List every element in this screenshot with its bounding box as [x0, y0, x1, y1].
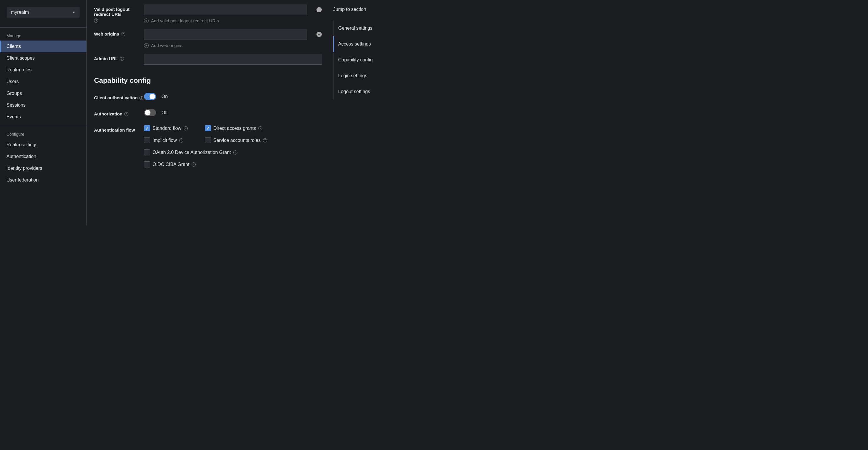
sidebar-item-label: Clients: [6, 44, 21, 49]
client-auth-state: On: [161, 94, 167, 99]
help-icon[interactable]: ?: [263, 138, 267, 142]
sidebar-item-sessions[interactable]: Sessions: [0, 99, 86, 111]
add-link-label: Add web origins: [151, 43, 183, 48]
realm-selector[interactable]: myrealm ▼: [7, 7, 80, 18]
checkbox-label: Standard flow: [153, 126, 181, 131]
sidebar-item-label: Events: [6, 114, 21, 119]
sidebar-item-label: Realm settings: [6, 142, 38, 147]
minus-icon: −: [318, 32, 320, 37]
sidebar-item-users[interactable]: Users: [0, 76, 86, 88]
label-text: Admin URL: [94, 56, 118, 61]
jump-item-label: Capability config: [338, 57, 373, 62]
client-auth-toggle[interactable]: [144, 93, 156, 100]
sidebar-item-groups[interactable]: Groups: [0, 88, 86, 99]
help-icon[interactable]: ?: [94, 19, 98, 23]
sidebar-item-label: Sessions: [6, 102, 26, 107]
web-origins-label: Web origins ?: [94, 29, 144, 36]
main-content: Valid post logout redirect URIs ? − + Ad…: [87, 0, 445, 225]
sidebar-item-authentication[interactable]: Authentication: [0, 151, 86, 162]
admin-url-input[interactable]: [144, 54, 322, 65]
sidebar-item-label: Realm roles: [6, 67, 31, 72]
sidebar-item-label: Groups: [6, 91, 22, 96]
add-link-label: Add valid post logout redirect URIs: [151, 18, 219, 23]
help-icon[interactable]: ?: [139, 96, 144, 100]
sidebar-item-user-federation[interactable]: User federation: [0, 174, 86, 186]
label-text: Valid post logout redirect URIs: [94, 7, 144, 17]
jump-heading: Jump to section: [333, 7, 445, 12]
direct-access-checkbox[interactable]: [205, 125, 211, 131]
sidebar-item-events[interactable]: Events: [0, 111, 86, 123]
minus-icon: −: [318, 7, 320, 12]
oauth-device-checkbox[interactable]: [144, 149, 150, 155]
realm-selected-label: myrealm: [11, 10, 29, 15]
jump-item-label: Access settings: [338, 41, 371, 46]
add-valid-post-logout-link[interactable]: + Add valid post logout redirect URIs: [144, 18, 333, 29]
help-icon[interactable]: ?: [179, 138, 183, 142]
authorization-toggle[interactable]: [144, 109, 156, 116]
checkbox-label: Implicit flow: [153, 138, 177, 143]
label-text: Authorization: [94, 111, 123, 116]
jump-item-general[interactable]: General settings: [334, 20, 445, 36]
checkbox-label: OAuth 2.0 Device Authorization Grant: [153, 150, 231, 155]
jump-item-capability[interactable]: Capability config: [334, 52, 445, 68]
sidebar-item-label: Identity providers: [6, 166, 42, 171]
help-icon[interactable]: ?: [120, 57, 124, 61]
help-icon[interactable]: ?: [258, 126, 262, 130]
jump-item-label: General settings: [338, 26, 373, 31]
plus-circle-icon: +: [144, 19, 149, 23]
capability-config-heading: Capability config: [94, 76, 333, 85]
sidebar-item-realm-roles[interactable]: Realm roles: [0, 64, 86, 76]
sidebar-item-clients[interactable]: Clients: [0, 40, 86, 52]
jump-to-section-panel: Jump to section General settings Access …: [333, 4, 445, 225]
sidebar-item-label: Authentication: [6, 154, 36, 159]
remove-uri-button[interactable]: −: [316, 7, 322, 12]
client-auth-label: Client authentication ?: [94, 93, 144, 100]
sidebar: myrealm ▼ Manage Clients Client scopes R…: [0, 0, 87, 225]
remove-origin-button[interactable]: −: [316, 32, 322, 37]
help-icon[interactable]: ?: [192, 162, 196, 166]
sidebar-item-identity-providers[interactable]: Identity providers: [0, 162, 86, 174]
checkbox-label: Service accounts roles: [213, 138, 260, 143]
jump-item-access[interactable]: Access settings: [333, 36, 445, 52]
sidebar-item-label: Client scopes: [6, 56, 35, 61]
valid-post-logout-input[interactable]: [144, 4, 307, 15]
authorization-label: Authorization ?: [94, 109, 144, 116]
help-icon[interactable]: ?: [184, 126, 188, 130]
auth-flow-label: Authentication flow: [94, 125, 144, 132]
checkbox-label: OIDC CIBA Grant: [153, 162, 189, 167]
label-text: Authentication flow: [94, 127, 135, 132]
caret-down-icon: ▼: [72, 10, 75, 14]
sidebar-item-client-scopes[interactable]: Client scopes: [0, 52, 86, 64]
help-icon[interactable]: ?: [121, 32, 125, 36]
admin-url-label: Admin URL ?: [94, 54, 144, 61]
standard-flow-checkbox[interactable]: [144, 125, 150, 131]
valid-post-logout-label: Valid post logout redirect URIs ?: [94, 4, 144, 23]
jump-item-label: Login settings: [338, 73, 367, 78]
jump-item-login[interactable]: Login settings: [334, 68, 445, 84]
jump-item-label: Logout settings: [338, 89, 370, 94]
sidebar-item-label: User federation: [6, 178, 38, 183]
plus-circle-icon: +: [144, 43, 149, 48]
oidc-ciba-checkbox[interactable]: [144, 161, 150, 167]
label-text: Client authentication: [94, 95, 137, 100]
help-icon[interactable]: ?: [233, 150, 238, 155]
checkbox-label: Direct access grants: [213, 126, 256, 131]
help-icon[interactable]: ?: [124, 112, 128, 116]
web-origins-input[interactable]: [144, 29, 307, 40]
sidebar-item-realm-settings[interactable]: Realm settings: [0, 139, 86, 151]
implicit-flow-checkbox[interactable]: [144, 137, 150, 143]
add-web-origin-link[interactable]: + Add web origins: [144, 43, 333, 54]
sidebar-item-label: Users: [6, 79, 19, 84]
authorization-state: Off: [161, 110, 167, 116]
jump-item-logout[interactable]: Logout settings: [334, 84, 445, 100]
sidebar-section-manage: Manage: [0, 28, 86, 40]
label-text: Web origins: [94, 31, 119, 36]
service-accounts-checkbox[interactable]: [205, 137, 211, 143]
sidebar-section-configure: Configure: [0, 126, 86, 139]
